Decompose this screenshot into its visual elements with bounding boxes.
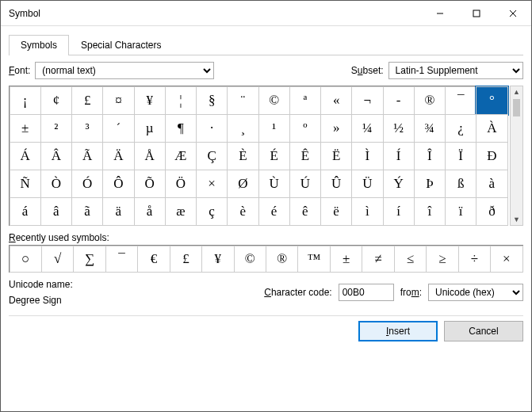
symbol-cell[interactable]: ¿ bbox=[445, 114, 477, 143]
symbol-cell[interactable]: Ã bbox=[71, 142, 103, 170]
symbol-cell[interactable]: À bbox=[476, 114, 507, 143]
symbol-cell[interactable]: ¦ bbox=[165, 86, 197, 115]
symbol-cell[interactable]: é bbox=[258, 197, 290, 226]
symbol-cell[interactable]: á bbox=[10, 197, 41, 226]
scroll-thumb[interactable] bbox=[513, 99, 520, 116]
recent-cell[interactable]: × bbox=[490, 246, 522, 273]
symbol-cell[interactable]: í bbox=[383, 197, 415, 226]
symbol-cell[interactable]: ½ bbox=[383, 114, 415, 143]
symbol-cell[interactable]: ¢ bbox=[40, 86, 72, 115]
symbol-cell[interactable]: £ bbox=[71, 86, 103, 115]
subset-select[interactable]: Latin-1 Supplement bbox=[388, 62, 523, 79]
symbol-cell[interactable]: â bbox=[40, 197, 72, 226]
symbol-cell[interactable]: Ô bbox=[102, 170, 134, 198]
symbol-cell[interactable]: ¬ bbox=[351, 86, 383, 115]
symbol-cell[interactable]: ± bbox=[10, 114, 41, 143]
symbol-cell[interactable]: Ö bbox=[165, 170, 197, 198]
recent-grid[interactable]: ○√∑¯€£¥©®™±≠≤≥÷× bbox=[9, 245, 523, 273]
maximize-button[interactable] bbox=[458, 1, 495, 26]
symbol-cell[interactable]: ì bbox=[351, 197, 383, 226]
symbol-cell[interactable]: ß bbox=[445, 170, 477, 198]
recent-cell[interactable]: ± bbox=[330, 246, 362, 273]
symbol-cell[interactable]: ã bbox=[71, 197, 103, 226]
symbol-cell[interactable]: Ï bbox=[445, 142, 477, 170]
symbol-cell[interactable]: Õ bbox=[134, 170, 166, 198]
symbol-cell[interactable]: · bbox=[196, 114, 228, 143]
recent-cell[interactable]: ¯ bbox=[105, 246, 138, 273]
symbol-cell[interactable]: ¸ bbox=[227, 114, 258, 143]
recent-cell[interactable]: ÷ bbox=[458, 246, 491, 273]
symbol-cell[interactable]: ¼ bbox=[351, 114, 383, 143]
symbol-cell[interactable]: ¤ bbox=[102, 86, 134, 115]
symbol-cell[interactable]: × bbox=[196, 170, 228, 198]
symbol-cell[interactable]: Ì bbox=[351, 142, 383, 170]
symbol-cell[interactable]: Î bbox=[414, 142, 446, 170]
symbol-cell[interactable]: Ê bbox=[289, 142, 321, 170]
symbol-cell[interactable]: Ä bbox=[102, 142, 134, 170]
symbol-cell[interactable]: ¾ bbox=[414, 114, 446, 143]
symbol-cell[interactable]: Ú bbox=[289, 170, 321, 198]
recent-cell[interactable]: © bbox=[234, 246, 266, 273]
scroll-down-icon[interactable]: ▼ bbox=[511, 214, 522, 225]
symbol-cell[interactable]: ¶ bbox=[165, 114, 197, 143]
symbol-cell[interactable]: Æ bbox=[165, 142, 197, 170]
symbol-cell[interactable]: § bbox=[196, 86, 228, 115]
from-select[interactable]: Unicode (hex) bbox=[428, 284, 523, 301]
symbol-cell[interactable]: ë bbox=[320, 197, 352, 226]
symbol-cell[interactable]: ´ bbox=[102, 114, 134, 143]
symbol-cell[interactable]: » bbox=[320, 114, 352, 143]
symbol-cell[interactable]: ç bbox=[196, 197, 228, 226]
symbol-cell[interactable]: Ý bbox=[383, 170, 415, 198]
font-select[interactable]: (normal text) bbox=[35, 62, 214, 79]
recent-cell[interactable]: ¥ bbox=[201, 246, 234, 273]
symbol-cell[interactable]: Ç bbox=[196, 142, 228, 170]
cancel-button[interactable]: Cancel bbox=[444, 321, 523, 341]
recent-cell[interactable]: √ bbox=[41, 246, 74, 273]
symbol-cell[interactable]: ¯ bbox=[445, 86, 477, 115]
symbol-cell[interactable]: - bbox=[383, 86, 415, 115]
tab-symbols[interactable]: Symbols bbox=[9, 35, 69, 55]
symbol-cell[interactable]: ¹ bbox=[258, 114, 290, 143]
symbol-cell[interactable]: ª bbox=[289, 86, 321, 115]
minimize-button[interactable] bbox=[422, 1, 458, 26]
symbol-cell[interactable]: è bbox=[227, 197, 258, 226]
symbol-cell[interactable]: ¡ bbox=[10, 86, 41, 115]
symbol-cell[interactable]: î bbox=[414, 197, 446, 226]
symbol-cell[interactable]: Ñ bbox=[10, 170, 41, 198]
symbol-cell[interactable]: ï bbox=[445, 197, 477, 226]
recent-cell[interactable]: ≥ bbox=[426, 246, 458, 273]
symbol-cell[interactable]: Í bbox=[383, 142, 415, 170]
symbol-cell[interactable]: Ù bbox=[258, 170, 290, 198]
scroll-up-icon[interactable]: ▲ bbox=[513, 86, 520, 97]
close-button[interactable] bbox=[495, 1, 531, 26]
grid-scrollbar[interactable]: ▲ ▼ bbox=[510, 86, 523, 226]
symbol-cell[interactable]: æ bbox=[165, 197, 197, 226]
symbol-cell[interactable]: É bbox=[258, 142, 290, 170]
symbol-cell[interactable]: Ë bbox=[320, 142, 352, 170]
symbol-grid[interactable]: ¡¢£¤¥¦§¨©ª«¬-®¯°±²³´µ¶·¸¹º»¼½¾¿ÀÁÂÃÄÅÆÇÈ… bbox=[9, 86, 508, 226]
symbol-cell[interactable]: Þ bbox=[414, 170, 446, 198]
symbol-cell[interactable]: å bbox=[134, 197, 166, 226]
insert-button[interactable]: Insert bbox=[358, 321, 438, 341]
symbol-cell[interactable]: Â bbox=[40, 142, 72, 170]
recent-cell[interactable]: £ bbox=[170, 246, 202, 273]
tab-special-characters[interactable]: Special Characters bbox=[69, 35, 173, 55]
symbol-cell[interactable]: ¨ bbox=[227, 86, 258, 115]
symbol-cell[interactable]: Å bbox=[134, 142, 166, 170]
recent-cell[interactable]: € bbox=[137, 246, 170, 273]
symbol-cell[interactable]: º bbox=[289, 114, 321, 143]
symbol-cell[interactable]: Ò bbox=[40, 170, 72, 198]
symbol-cell[interactable]: ° bbox=[476, 86, 507, 115]
symbol-cell[interactable]: ³ bbox=[71, 114, 103, 143]
recent-cell[interactable]: ○ bbox=[10, 246, 42, 273]
recent-cell[interactable]: ≠ bbox=[362, 246, 394, 273]
recent-cell[interactable]: ® bbox=[266, 246, 298, 273]
symbol-cell[interactable]: ¥ bbox=[134, 86, 166, 115]
symbol-cell[interactable]: ð bbox=[476, 197, 507, 226]
recent-cell[interactable]: ≤ bbox=[394, 246, 427, 273]
recent-cell[interactable]: ∑ bbox=[73, 246, 105, 273]
symbol-cell[interactable]: ä bbox=[102, 197, 134, 226]
symbol-cell[interactable]: Ð bbox=[476, 142, 507, 170]
symbol-cell[interactable]: « bbox=[320, 86, 352, 115]
symbol-cell[interactable]: ² bbox=[40, 114, 72, 143]
